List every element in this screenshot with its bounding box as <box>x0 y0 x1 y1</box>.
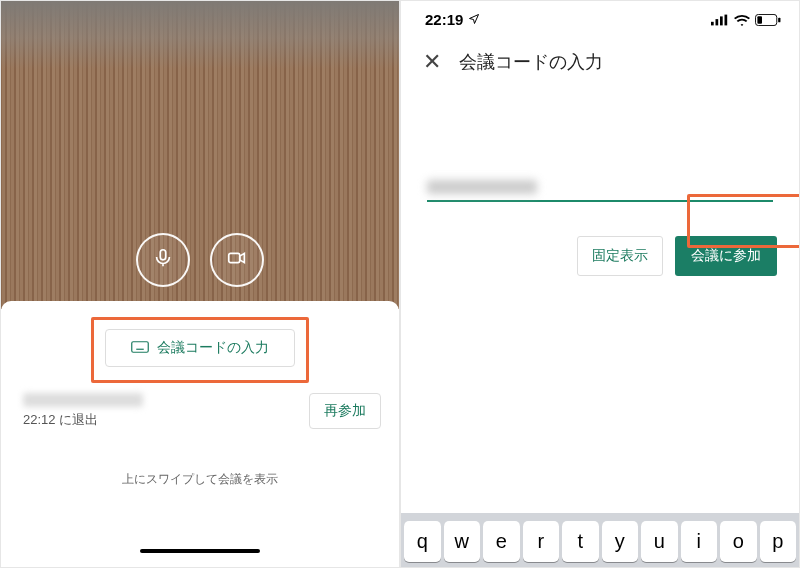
svg-rect-11 <box>725 14 728 25</box>
meeting-code-value-redacted <box>427 180 537 194</box>
key-p[interactable]: p <box>760 521 797 562</box>
svg-rect-10 <box>720 16 723 25</box>
key-q[interactable]: q <box>404 521 441 562</box>
svg-rect-1 <box>229 253 240 262</box>
mute-mic-button[interactable] <box>136 233 190 287</box>
phone-screen-enter-code: 22:19 ✕ 会議コードの入力 固定表示 会議に参加 <box>400 0 800 568</box>
meeting-code-redacted <box>23 393 143 407</box>
keyboard-icon <box>131 340 149 357</box>
join-meeting-button[interactable]: 会議に参加 <box>675 236 777 276</box>
toggle-camera-button[interactable] <box>210 233 264 287</box>
video-camera-icon <box>226 247 248 273</box>
location-arrow-icon <box>468 11 480 28</box>
wifi-icon <box>734 14 750 26</box>
recent-meeting-row: 22:12 に退出 再参加 <box>1 367 399 443</box>
key-y[interactable]: y <box>602 521 639 562</box>
svg-rect-8 <box>711 21 714 25</box>
battery-low-icon <box>755 14 781 26</box>
home-indicator[interactable] <box>140 549 260 553</box>
close-icon[interactable]: ✕ <box>423 51 441 73</box>
cellular-signal-icon <box>711 14 729 26</box>
page-title: 会議コードの入力 <box>459 50 603 74</box>
bottom-sheet: 会議コードの入力 22:12 に退出 再参加 上にスワイプして会議を表示 <box>1 301 399 561</box>
key-w[interactable]: w <box>444 521 481 562</box>
action-row: 固定表示 会議に参加 <box>401 202 799 276</box>
camera-preview <box>1 1 399 309</box>
phone-screen-home: 会議コードの入力 22:12 に退出 再参加 上にスワイプして会議を表示 <box>0 0 400 568</box>
av-controls <box>1 233 399 287</box>
svg-rect-0 <box>160 250 166 260</box>
status-bar: 22:19 <box>401 1 799 32</box>
meeting-code-field-wrap <box>401 180 799 202</box>
key-e[interactable]: e <box>483 521 520 562</box>
svg-rect-2 <box>132 341 149 352</box>
svg-rect-14 <box>778 17 780 22</box>
rejoin-button[interactable]: 再参加 <box>309 393 381 429</box>
svg-rect-13 <box>757 16 762 23</box>
pin-display-button[interactable]: 固定表示 <box>577 236 663 276</box>
key-u[interactable]: u <box>641 521 678 562</box>
key-t[interactable]: t <box>562 521 599 562</box>
key-i[interactable]: i <box>681 521 718 562</box>
enter-meeting-code-label: 会議コードの入力 <box>157 339 269 357</box>
soft-keyboard[interactable]: q w e r t y u i o p <box>401 513 799 567</box>
modal-header: ✕ 会議コードの入力 <box>401 32 799 84</box>
svg-rect-9 <box>716 19 719 25</box>
left-meeting-time: 22:12 に退出 <box>23 411 143 429</box>
enter-meeting-code-button[interactable]: 会議コードの入力 <box>105 329 295 367</box>
swipe-up-hint: 上にスワイプして会議を表示 <box>1 471 399 488</box>
key-o[interactable]: o <box>720 521 757 562</box>
status-time: 22:19 <box>425 11 463 28</box>
microphone-icon <box>152 247 174 273</box>
key-r[interactable]: r <box>523 521 560 562</box>
